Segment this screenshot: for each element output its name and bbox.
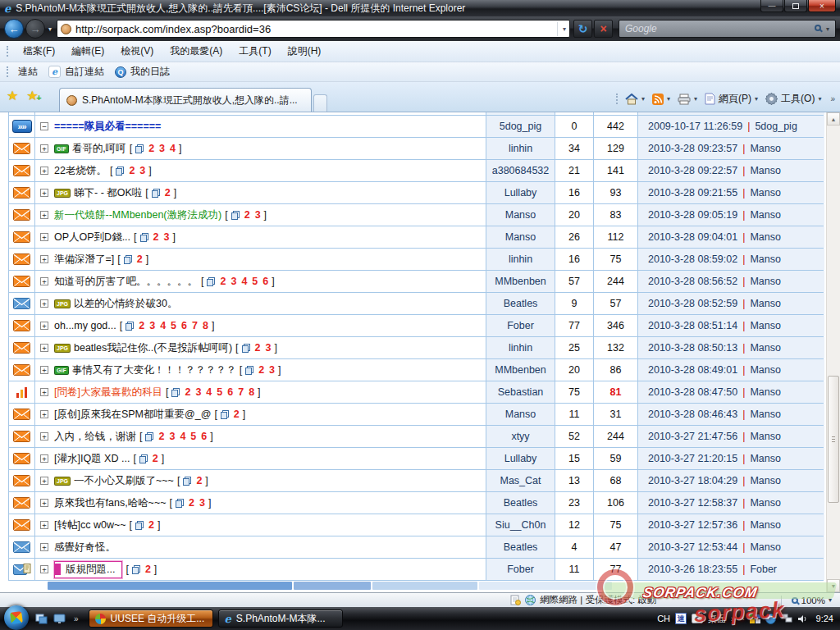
menu-view[interactable]: 檢視(V) <box>112 42 162 61</box>
refresh-button[interactable]: ↻ <box>578 22 588 35</box>
browser-tab[interactable]: S.PhAntoM-M本隊現正式開放收人,想入隊的..請... <box>59 88 312 112</box>
search-dropdown[interactable]: ▾ <box>826 25 829 33</box>
page-number-link[interactable]: 2 <box>148 143 154 154</box>
ime-pen-icon[interactable] <box>692 614 703 623</box>
page-number-link[interactable]: 6 <box>227 386 233 398</box>
address-dropdown[interactable]: ▾ <box>557 22 566 36</box>
page-number-link[interactable]: 2 <box>145 564 151 575</box>
address-input[interactable] <box>75 23 554 35</box>
page-number-link[interactable]: 3 <box>266 342 272 354</box>
topic-title-link[interactable]: 22老烧饼。 <box>54 164 107 178</box>
language-indicator[interactable]: CH <box>657 614 670 623</box>
close-button[interactable]: × <box>808 0 836 12</box>
last-poster-link[interactable]: Manso <box>750 298 781 309</box>
ime-speed-icon[interactable]: 速 <box>675 613 687 624</box>
topic-author-link[interactable]: 5dog_pig <box>486 116 555 137</box>
search-box[interactable]: ▾ <box>619 20 836 38</box>
page-number-link[interactable]: 2 <box>244 209 250 221</box>
tray-expand-arrow[interactable]: ‹ <box>742 614 745 623</box>
taskbar-clock[interactable]: 9:24 <box>816 614 833 623</box>
topic-author-link[interactable]: linhin <box>486 138 555 159</box>
expand-toggle[interactable]: + <box>40 521 48 529</box>
history-dropdown[interactable]: ▾ <box>48 25 52 33</box>
expand-toggle[interactable]: + <box>40 299 48 308</box>
page-number-link[interactable]: 4 <box>180 431 185 442</box>
page-number-link[interactable]: 2 <box>234 409 240 420</box>
chevron-down-icon[interactable]: ▾ <box>641 95 645 103</box>
last-poster-link[interactable]: Manso <box>750 519 781 531</box>
page-number-link[interactable]: 3 <box>231 276 236 287</box>
page-number-link[interactable]: 7 <box>238 386 244 398</box>
topic-author-link[interactable]: MMbenben <box>486 359 555 381</box>
feeds-button[interactable]: ▾ <box>651 92 672 107</box>
page-number-link[interactable]: 2 <box>137 253 143 265</box>
last-poster-link[interactable]: Manso <box>750 209 781 221</box>
topic-title-link[interactable]: [转帖]cc w0w~~ <box>54 518 126 532</box>
menu-help[interactable]: 說明(H) <box>280 42 330 61</box>
last-poster-link[interactable]: Manso <box>750 541 781 553</box>
stop-button[interactable]: × <box>600 22 606 35</box>
topic-author-link[interactable]: Lullaby <box>486 182 555 203</box>
expand-toggle[interactable]: + <box>40 477 48 485</box>
topic-author-link[interactable]: Manso <box>486 226 555 248</box>
topic-title-link[interactable]: [問卷]大家最喜歡的科目 <box>54 386 162 399</box>
page-number-link[interactable]: 2 <box>189 497 194 509</box>
page-number-link[interactable]: 5 <box>171 320 176 331</box>
last-poster-link[interactable]: Manso <box>750 431 781 442</box>
menu-favorites[interactable]: 我的最愛(A) <box>162 42 231 61</box>
network-icon[interactable] <box>781 614 792 623</box>
page-number-link[interactable]: 2 <box>139 320 144 331</box>
topic-title-link[interactable]: 新一代燒餅--MMbenben(激將法成功) <box>54 208 221 222</box>
topic-author-link[interactable]: Beatles <box>486 536 555 558</box>
address-bar[interactable]: ▾ <box>57 20 570 38</box>
last-poster-link[interactable]: Manso <box>750 276 781 287</box>
vertical-scrollbar[interactable]: ▲ ▼ <box>826 112 840 592</box>
page-number-link[interactable]: 3 <box>255 209 261 221</box>
page-number-link[interactable]: 2 <box>129 165 135 176</box>
expand-toggle[interactable]: + <box>40 454 48 463</box>
topic-title-link[interactable]: =====隊員必看====== <box>54 120 161 134</box>
expand-toggle[interactable]: + <box>40 499 48 507</box>
page-number-link[interactable]: 8 <box>203 320 208 331</box>
tray-app-icon[interactable] <box>765 614 776 624</box>
last-poster-link[interactable]: Manso <box>750 320 781 331</box>
last-poster-link[interactable]: Manso <box>750 342 781 354</box>
last-poster-link[interactable]: 5dog_pig <box>755 121 797 132</box>
print-button[interactable]: ▾ <box>676 92 699 107</box>
menu-file[interactable]: 檔案(F) <box>15 42 63 61</box>
topic-author-link[interactable]: Beatles <box>486 293 555 314</box>
volume-icon[interactable] <box>797 614 808 623</box>
chevron-down-icon[interactable]: ▾ <box>694 95 697 103</box>
expand-toggle[interactable]: + <box>40 366 48 374</box>
search-icon[interactable] <box>815 25 821 31</box>
page-number-link[interactable]: 6 <box>262 276 268 287</box>
show-desktop-icon[interactable] <box>53 614 66 624</box>
topic-title-link[interactable]: beatles我記住你..(不是投訴帖呵呵) <box>74 341 232 355</box>
link-custom-links[interactable]: e 自訂連結 <box>41 63 107 80</box>
menu-edit[interactable]: 編輯(E) <box>63 42 112 61</box>
topic-author-link[interactable]: linhin <box>486 337 555 358</box>
expand-toggle[interactable]: + <box>40 344 48 352</box>
topic-title-link[interactable]: 睇下- - 都OK啦 <box>74 186 142 200</box>
page-number-link[interactable]: 2 <box>148 519 154 531</box>
topic-title-link[interactable]: 以差的心情終於破30。 <box>74 297 177 311</box>
expand-toggle[interactable]: + <box>40 233 48 241</box>
topic-author-link[interactable]: MMbenben <box>486 271 555 292</box>
last-poster-link[interactable]: Manso <box>750 453 781 464</box>
topic-author-link[interactable]: Fober <box>486 559 555 580</box>
topic-title-link[interactable]: 感覺好奇怪。 <box>54 541 116 555</box>
page-number-link[interactable]: 3 <box>269 364 275 376</box>
expand-toggle[interactable]: + <box>40 543 48 551</box>
last-poster-link[interactable]: Manso <box>750 165 781 176</box>
desktop-toolbar-chevron[interactable]: » <box>731 614 736 623</box>
page-number-link[interactable]: 2 <box>165 187 171 199</box>
page-number-link[interactable]: 5 <box>190 431 196 442</box>
page-number-link[interactable]: 6 <box>181 320 187 331</box>
topic-title-link[interactable]: 知道哥的厉害了吧。。。。。。 <box>54 275 198 289</box>
desktop-toolbar-label[interactable]: 桌面 <box>708 613 726 625</box>
page-number-link[interactable]: 4 <box>160 320 166 331</box>
page-number-link[interactable]: 4 <box>241 276 247 287</box>
topic-author-link[interactable]: Beatles <box>486 492 555 514</box>
expand-toggle[interactable]: + <box>40 189 48 197</box>
menu-tools[interactable]: 工具(T) <box>231 42 279 61</box>
